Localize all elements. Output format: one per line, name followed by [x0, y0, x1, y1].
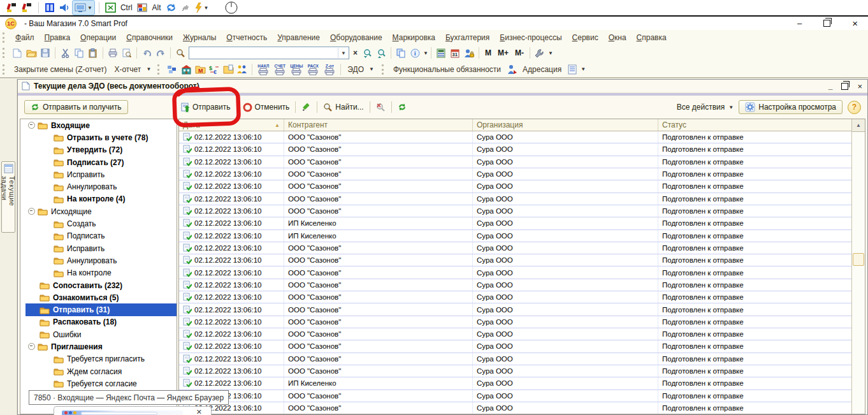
- user-lock-icon[interactable]: [462, 46, 476, 60]
- close-thumbnail-icon[interactable]: ✕: [196, 408, 202, 415]
- x-report-button[interactable]: Х-отчет: [110, 65, 145, 74]
- save-icon[interactable]: [38, 46, 52, 60]
- tree-item-утвердить-72-[interactable]: Утвердить (72): [20, 144, 177, 156]
- tree-item-подписать-27-[interactable]: Подписать (27): [20, 156, 177, 168]
- column-header-status[interactable]: Статус: [658, 119, 852, 131]
- tree-item-исправить[interactable]: Исправить: [20, 242, 177, 254]
- bolt-icon[interactable]: ▼: [192, 1, 211, 15]
- scroll-thumb[interactable]: [853, 253, 864, 266]
- blocks-icon[interactable]: [165, 62, 179, 76]
- table-row[interactable]: 02.12.2022 13:06:10ООО "Сазонов"Сура ООО…: [179, 402, 865, 414]
- table-row[interactable]: 02.12.2022 13:06:10ООО "Сазонов"Сура ООО…: [179, 390, 865, 402]
- scroll-up-button[interactable]: ▲: [852, 119, 865, 132]
- table-row[interactable]: 02.12.2022 13:06:10ООО "Сазонов"Сура ООО…: [179, 156, 865, 168]
- tree-item-подписать[interactable]: Подписать: [20, 230, 177, 242]
- calendar-icon[interactable]: 31: [448, 46, 462, 60]
- window-titlebar[interactable]: Текущие дела ЭДО (весь документооборот) …: [18, 80, 867, 93]
- column-header-counterparty[interactable]: Контрагент: [284, 119, 473, 131]
- undo-icon[interactable]: [140, 46, 154, 60]
- table-row[interactable]: 02.12.2022 13:06:10ООО "Сазонов"Сура ООО…: [179, 365, 865, 377]
- table-row[interactable]: 02.12.2022 13:06:10ООО "Сазонов"Сура ООО…: [179, 279, 865, 291]
- speaker-icon[interactable]: [57, 1, 72, 15]
- search-next-icon[interactable]: [360, 46, 374, 60]
- toolbar-grip[interactable]: [3, 48, 6, 58]
- money-icon[interactable]: $€: [207, 62, 221, 76]
- menu-item-файл[interactable]: Файл: [10, 32, 40, 43]
- chevron-down-icon[interactable]: ▼: [338, 48, 349, 58]
- collapse-icon[interactable]: [28, 343, 35, 350]
- tool-icon[interactable]: [19, 1, 34, 15]
- table-row[interactable]: 02.12.2022 13:06:10ООО "Сазонов"Сура ООО…: [179, 242, 865, 254]
- tree-item-сопоставить-232-[interactable]: Сопоставить (232): [20, 279, 177, 291]
- mini-report-button-цены[interactable]: ЦЕНЫ: [288, 64, 305, 75]
- table-row[interactable]: 02.12.2022 13:06:10ИП КиселенкоСура ОООП…: [179, 217, 865, 229]
- current-tasks-tab[interactable]: Текущие задачи: [1, 161, 15, 233]
- page-list-icon[interactable]: [565, 62, 579, 76]
- tree-item-распаковать-18-[interactable]: Распаковать (18): [20, 316, 177, 328]
- tree-item-создать[interactable]: Создать: [20, 217, 177, 229]
- chevron-down-icon[interactable]: ▼: [423, 50, 428, 56]
- print-icon[interactable]: [106, 46, 120, 60]
- refresh-icon[interactable]: [164, 1, 178, 15]
- monitor-button[interactable]: ▼: [72, 0, 95, 15]
- calculator-icon[interactable]: [434, 46, 448, 60]
- tool-icon[interactable]: [4, 1, 19, 15]
- edo-button[interactable]: ЭДО: [344, 65, 368, 74]
- table-row[interactable]: 02.12.2022 13:06:10ИП КиселенкоСура ОООП…: [179, 230, 865, 242]
- toolbar-grip[interactable]: [157, 64, 161, 75]
- window-restore-button[interactable]: [841, 83, 848, 90]
- panel-icon[interactable]: [43, 1, 57, 15]
- redo-icon[interactable]: [154, 46, 168, 60]
- help-button[interactable]: ?: [848, 101, 861, 114]
- toolbar-grip[interactable]: [3, 64, 6, 75]
- close-shift-button[interactable]: Закрытие смены (Z-отчет): [10, 65, 110, 74]
- menu-item-бухгалтерия[interactable]: Бухгалтерия: [440, 32, 495, 43]
- paste-icon[interactable]: [86, 46, 100, 60]
- table-row[interactable]: 02.12.2022 13:06:10ООО "Сазонов"Сура ООО…: [179, 180, 865, 193]
- tree-item-отправить-31-[interactable]: Отправить (31): [20, 303, 177, 316]
- person-arrow-icon[interactable]: [505, 62, 519, 76]
- chevron-down-icon[interactable]: ▼: [548, 50, 553, 56]
- collapse-icon[interactable]: [28, 122, 35, 129]
- collapse-icon[interactable]: [28, 208, 35, 215]
- menu-item-журналы[interactable]: Журналы: [178, 32, 221, 43]
- memory-button-mminus[interactable]: M-: [512, 48, 527, 57]
- mini-report-button-накл[interactable]: НАКЛ: [255, 64, 271, 75]
- table-row[interactable]: 02.12.2022 13:06:10ООО "Сазонов"Сура ООО…: [179, 340, 865, 353]
- plug-icon[interactable]: [178, 1, 192, 15]
- menu-item-операции[interactable]: Операции: [75, 32, 121, 43]
- building-icon[interactable]: [179, 62, 193, 76]
- vertical-scrollbar[interactable]: ▲: [851, 119, 865, 414]
- tree-item-требуется-пригласить[interactable]: Требуется пригласить: [20, 353, 177, 365]
- table-row[interactable]: 02.12.2022 13:06:10ООО "Сазонов"Сура ООО…: [179, 143, 865, 156]
- window-minimize-button[interactable]: _: [828, 84, 833, 88]
- tree-item-приглашения[interactable]: Приглашения: [20, 340, 177, 353]
- cut-icon[interactable]: [58, 46, 72, 60]
- tree-item-на-контроле[interactable]: На контроле: [20, 267, 177, 279]
- menu-item-сервис[interactable]: Сервис: [567, 32, 604, 43]
- menu-item-управление[interactable]: Управление: [272, 32, 325, 43]
- mini-report-button-расх[interactable]: РАСХ: [305, 64, 321, 75]
- tree-item-ошибки[interactable]: Ошибки: [20, 328, 177, 340]
- table-row[interactable]: 02.12.2022 13:06:10ООО "Сазонов"Сура ООО…: [179, 205, 865, 217]
- functional-duties-button[interactable]: Функциональные обязанности: [389, 65, 505, 74]
- copy-icon[interactable]: [72, 46, 86, 60]
- refresh-button[interactable]: [394, 100, 410, 114]
- search-prev-icon[interactable]: [374, 46, 388, 60]
- tree-item-аннулировать[interactable]: Аннулировать: [20, 254, 177, 266]
- toolbar-grip[interactable]: [3, 33, 6, 43]
- view-settings-button[interactable]: Настройка просмотра: [739, 100, 843, 114]
- edit-button[interactable]: [298, 100, 315, 114]
- tree-item-входящие[interactable]: Входящие: [20, 119, 177, 131]
- table-row[interactable]: 02.12.2022 13:06:10ООО "Сазонов"Сура ООО…: [179, 291, 865, 303]
- tree-item-аннулировать[interactable]: Аннулировать: [20, 180, 177, 193]
- column-header-date[interactable]: Дата▲: [179, 119, 284, 131]
- menu-item-правка[interactable]: Правка: [40, 32, 76, 43]
- send-button[interactable]: Отправить: [177, 100, 235, 114]
- tree-item-исправить[interactable]: Исправить: [20, 168, 177, 180]
- tree-item-ознакомиться-5-[interactable]: Ознакомиться (5): [20, 291, 177, 303]
- preview-icon[interactable]: [120, 46, 134, 60]
- open-folder-icon[interactable]: [24, 46, 38, 60]
- memory-button-mplus[interactable]: M+: [495, 48, 512, 57]
- menu-item-отчетность[interactable]: Отчетность: [221, 32, 272, 43]
